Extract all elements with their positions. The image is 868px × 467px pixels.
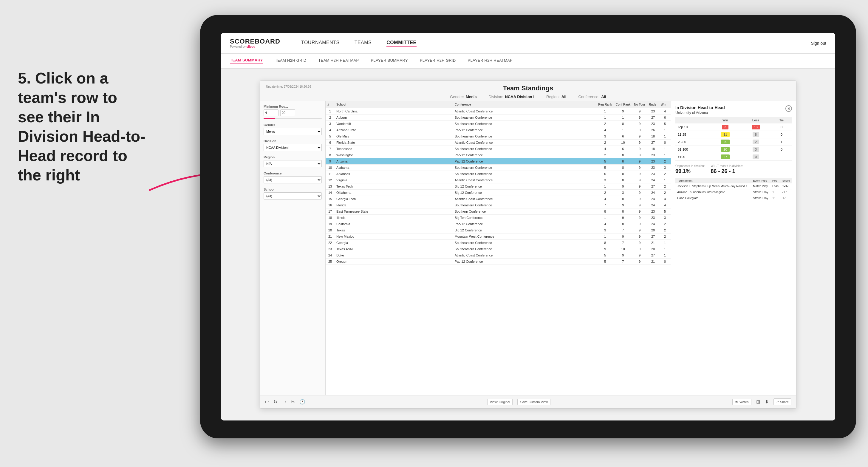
cell-win: 1: [659, 133, 671, 139]
cell-reg-rank: 2: [596, 139, 614, 146]
cell-no-tour: 9: [632, 190, 647, 196]
table-row[interactable]: 1 North Carolina Atlantic Coast Conferen…: [326, 108, 671, 115]
table-row[interactable]: 3 Vanderbilt Southeastern Conference 2 8…: [326, 121, 671, 127]
table-row[interactable]: 21 New Mexico Mountain West Conference 1…: [326, 234, 671, 240]
subnav-team-h2h-heatmap[interactable]: TEAM H2H HEATMAP: [318, 58, 359, 64]
subnav-player-h2h-grid[interactable]: PLAYER H2H GRID: [420, 58, 456, 64]
cell-no-tour: 9: [632, 115, 647, 121]
table-row[interactable]: 10 Alabama Southeastern Conference 5 8 9…: [326, 165, 671, 171]
tournament-name: Jackson T. Stephens Cup Men's Match-Play…: [675, 183, 751, 189]
cell-rank: 16: [326, 202, 335, 209]
table-row[interactable]: 12 Virginia Atlantic Coast Conference 3 …: [326, 177, 671, 183]
share-button[interactable]: ↗ Share: [773, 398, 792, 405]
division-select[interactable]: NCAA Division I: [264, 144, 322, 151]
save-custom-button[interactable]: Save Custom View: [517, 399, 551, 405]
redo-button[interactable]: ↻: [273, 399, 277, 405]
clock-button[interactable]: 🕐: [299, 399, 305, 405]
cut-button[interactable]: ✂: [291, 399, 294, 405]
table-row[interactable]: 13 Texas Tech Big 12 Conference 1 9 9 27…: [326, 183, 671, 190]
sign-out[interactable]: Sign out: [805, 41, 826, 45]
forward-button[interactable]: ⤑: [282, 399, 286, 405]
cell-conf-rank: 8: [614, 196, 632, 202]
h2h-cell-label: 51-100: [675, 146, 710, 153]
undo-button[interactable]: ↩: [265, 399, 269, 405]
tournament-score: 2-3-0: [781, 183, 792, 189]
min-rounds-input1[interactable]: [264, 110, 279, 116]
subnav-player-summary[interactable]: PLAYER SUMMARY: [371, 58, 408, 64]
table-row[interactable]: 23 Texas A&M Southeastern Conference 9 1…: [326, 246, 671, 252]
cell-rank: 8: [326, 152, 335, 158]
cell-reg-rank: 1: [596, 183, 614, 190]
h2h-cell-loss: 8: [741, 131, 771, 138]
h2h-col-range: [675, 117, 710, 123]
table-row[interactable]: 8 Washington Pac-12 Conference 2 8 9 23 …: [326, 152, 671, 158]
cell-win: 1: [659, 127, 671, 133]
nav-committee[interactable]: COMMITTEE: [386, 40, 416, 46]
cell-rank: 20: [326, 227, 335, 234]
nav-tournaments[interactable]: TOURNAMENTS: [301, 40, 340, 46]
download-button[interactable]: ⬇: [765, 399, 769, 405]
table-row[interactable]: 17 East Tennessee State Southern Confere…: [326, 209, 671, 215]
table-row[interactable]: 24 Duke Atlantic Coast Conference 5 9 9 …: [326, 252, 671, 258]
view-original-button[interactable]: View: Original: [487, 399, 513, 405]
cell-conf-rank: 7: [614, 240, 632, 246]
school-select[interactable]: (All): [264, 192, 322, 199]
tournament-row: Jackson T. Stephens Cup Men's Match-Play…: [675, 183, 792, 189]
subnav-team-summary[interactable]: TEAM SUMMARY: [230, 58, 263, 64]
region-select[interactable]: N/A: [264, 160, 322, 167]
cell-conference: Pac-12 Conference: [453, 152, 597, 158]
table-row[interactable]: 4 Arizona State Pac-12 Conference 4 1 9 …: [326, 127, 671, 133]
save-custom-label: Save Custom View: [520, 400, 548, 404]
cell-win: 0: [659, 258, 671, 265]
close-button[interactable]: ✕: [785, 105, 792, 112]
table-row[interactable]: 2 Auburn Southeastern Conference 1 1 9 2…: [326, 115, 671, 121]
cell-conf-rank: 7: [614, 227, 632, 234]
subnav-team-h2h-grid[interactable]: TEAM H2H GRID: [275, 58, 307, 64]
table-row[interactable]: 19 California Pac-12 Conference 4 8 9 24…: [326, 221, 671, 227]
cell-rank: 9: [326, 158, 335, 165]
subnav-player-h2h-heatmap[interactable]: PLAYER H2H HEATMAP: [468, 58, 513, 64]
table-row[interactable]: 9 Arizona Pac-12 Conference 5 8 9 23 2: [326, 158, 671, 165]
cell-reg-rank: 1: [596, 115, 614, 121]
nav-teams[interactable]: TEAMS: [354, 40, 372, 46]
cell-win: 1: [659, 240, 671, 246]
table-row[interactable]: 25 Oregon Pac-12 Conference 5 7 9 21 0: [326, 258, 671, 265]
table-row[interactable]: 5 Ole Miss Southeastern Conference 3 6 9…: [326, 133, 671, 139]
conference-select[interactable]: (All): [264, 176, 322, 183]
stats-row: Opponents in division: 99.1% W-L-T recor…: [675, 164, 792, 175]
right-panel-titles: In Division Head-to-Head University of A…: [675, 105, 725, 115]
table-row[interactable]: 14 Oklahoma Big 12 Conference 2 3 9 24 2: [326, 190, 671, 196]
division-group-label: Division: [264, 139, 322, 143]
cell-rank: 5: [326, 133, 335, 139]
min-rounds-slider[interactable]: [264, 118, 322, 119]
app-filters: Gender: Men's Division: NCAA Division I …: [266, 95, 790, 99]
table-row[interactable]: 18 Illinois Big Ten Conference 1 9 9 23 …: [326, 215, 671, 221]
cell-rank: 10: [326, 165, 335, 171]
table-row[interactable]: 16 Florida Southeastern Conference 7 9 9…: [326, 202, 671, 209]
cell-reg-rank: 5: [596, 258, 614, 265]
table-row[interactable]: 6 Florida State Atlantic Coast Conferenc…: [326, 139, 671, 146]
cell-conf-rank: 8: [614, 121, 632, 127]
table-row[interactable]: 20 Texas Big 12 Conference 3 7 9 20 2: [326, 227, 671, 234]
cell-conference: Pac-12 Conference: [453, 221, 597, 227]
school-group-label: School: [264, 188, 322, 191]
cell-conference: Southeastern Conference: [453, 146, 597, 152]
tablet-shell: SCOREBOARD Powered by clippd TOURNAMENTS…: [200, 15, 856, 438]
min-rounds-input2[interactable]: [280, 110, 295, 116]
h2h-col-tie: Tie: [771, 117, 792, 123]
cell-school: North Carolina: [335, 108, 453, 115]
cell-no-tour: 9: [632, 139, 647, 146]
cell-win: 2: [659, 171, 671, 177]
gender-select[interactable]: Men's: [264, 128, 322, 135]
logo-clippd: clippd: [247, 45, 255, 48]
h2h-cell-label: 11-25: [675, 131, 710, 138]
cell-rnds: 23: [647, 171, 659, 177]
table-row[interactable]: 22 Georgia Southeastern Conference 8 7 9…: [326, 240, 671, 246]
cell-school: Duke: [335, 252, 453, 258]
table-row[interactable]: 11 Arkansas Southeastern Conference 6 8 …: [326, 171, 671, 177]
table-row[interactable]: 7 Tennessee Southeastern Conference 4 6 …: [326, 146, 671, 152]
watch-button[interactable]: 👁 Watch: [732, 399, 751, 405]
cell-school: Virginia: [335, 177, 453, 183]
table-row[interactable]: 15 Georgia Tech Atlantic Coast Conferenc…: [326, 196, 671, 202]
layout-button[interactable]: ⊞: [756, 399, 760, 405]
